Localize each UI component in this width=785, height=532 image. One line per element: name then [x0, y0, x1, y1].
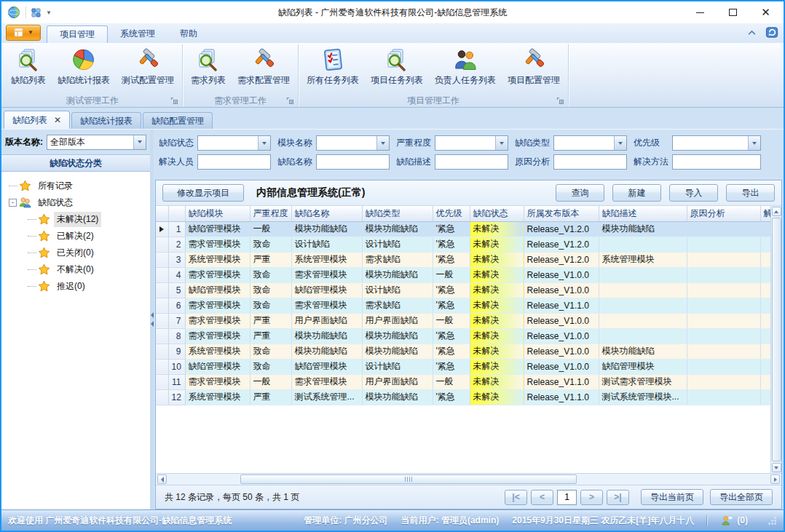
- column-header-solution[interactable]: 解决方法: [760, 206, 770, 221]
- scroll-down-icon[interactable]: [772, 463, 781, 472]
- column-header-severity[interactable]: 严重程度: [250, 206, 291, 221]
- column-header-name[interactable]: 缺陷名称: [291, 206, 362, 221]
- collapse-minus-icon[interactable]: -: [9, 199, 17, 207]
- column-header-status[interactable]: 缺陷状态: [470, 206, 524, 221]
- cell-status[interactable]: 未解决: [470, 359, 524, 374]
- cell-status[interactable]: 未解决: [470, 237, 524, 252]
- cell-priority[interactable]: '紧急: [433, 252, 470, 267]
- column-header-module[interactable]: 缺陷模块: [185, 206, 250, 221]
- cell-cause[interactable]: [687, 237, 760, 252]
- query-button[interactable]: 查询: [556, 184, 604, 202]
- cell-priority[interactable]: '紧急: [433, 298, 470, 313]
- ribbon-button-requirement-list[interactable]: 需求列表: [185, 45, 232, 95]
- column-header-type[interactable]: 缺陷类型: [362, 206, 433, 221]
- cell-module[interactable]: 系统管理模块: [185, 344, 250, 359]
- cell-module[interactable]: 需求管理模块: [185, 267, 250, 282]
- grid-row[interactable]: 5缺陷管理模块致命缺陷管理模块设计缺陷'紧急未解决Release_V1.0.0: [156, 282, 770, 298]
- cell-status[interactable]: 未解决: [470, 313, 524, 328]
- cell-severity[interactable]: 致命: [250, 267, 291, 282]
- cell-name[interactable]: 用户界面缺陷: [291, 313, 362, 328]
- tab-close-icon[interactable]: ✕: [54, 113, 61, 128]
- cell-desc[interactable]: 测试需求管理模块: [599, 374, 687, 389]
- statusbar-messages[interactable]: (0): [721, 515, 748, 526]
- scroll-left-icon[interactable]: [157, 475, 167, 484]
- cell-severity[interactable]: 致命: [250, 298, 291, 313]
- cell-priority[interactable]: 一般: [433, 374, 470, 389]
- horizontal-scroll-track[interactable]: [168, 475, 769, 484]
- tree-item-postponed[interactable]: 推迟(0): [1, 278, 150, 295]
- grid-row[interactable]: 8需求管理模块严重模块功能缺陷模块功能缺陷'紧急未解决Release_V1.0.…: [156, 328, 770, 344]
- cell-name[interactable]: 模块功能缺陷: [291, 221, 362, 237]
- chevron-down-icon[interactable]: [495, 136, 508, 150]
- document-tab-defect-stats-report[interactable]: 缺陷统计报表: [71, 112, 141, 129]
- cell-module[interactable]: 需求管理模块: [185, 298, 250, 313]
- ribbon-tab-help[interactable]: 帮助: [167, 25, 210, 43]
- cell-cause[interactable]: [687, 298, 760, 313]
- cell-status[interactable]: 未解决: [470, 267, 524, 282]
- cell-solution[interactable]: [760, 221, 770, 237]
- cell-release[interactable]: Release_V1.0.0: [524, 313, 599, 328]
- chevron-down-icon[interactable]: [614, 136, 626, 150]
- cell-type[interactable]: 需求缺陷: [362, 252, 433, 267]
- cell-name[interactable]: 缺陷管理模块: [291, 359, 362, 374]
- cell-solution[interactable]: [760, 298, 770, 313]
- cell-status[interactable]: 未解决: [470, 328, 524, 344]
- cell-desc[interactable]: 缺陷管理模块: [599, 359, 687, 374]
- cell-type[interactable]: 模块功能缺陷: [362, 328, 433, 344]
- cell-name[interactable]: 需求管理模块: [291, 298, 362, 313]
- document-tab-defect-config-mgmt[interactable]: 缺陷配置管理: [143, 112, 213, 129]
- cell-desc[interactable]: [599, 313, 687, 328]
- cell-solution[interactable]: [760, 344, 770, 359]
- cell-desc[interactable]: [599, 237, 687, 252]
- cell-type[interactable]: 模块功能缺陷: [362, 221, 433, 237]
- cell-status[interactable]: 未解决: [470, 282, 524, 298]
- ribbon-button-defect-list[interactable]: 缺陷列表: [5, 45, 52, 95]
- column-header-release[interactable]: 所属发布版本: [524, 206, 599, 221]
- cell-module[interactable]: 系统管理模块: [185, 389, 250, 405]
- cell-name[interactable]: 模块功能缺陷: [291, 328, 362, 344]
- cell-cause[interactable]: [687, 267, 760, 282]
- cell-cause[interactable]: [687, 374, 760, 389]
- cell-module[interactable]: 需求管理模块: [185, 237, 250, 252]
- cell-release[interactable]: Release_V1.0.0: [524, 282, 599, 298]
- cell-release[interactable]: Release_V1.2.0: [524, 237, 599, 252]
- cell-desc[interactable]: [599, 267, 687, 282]
- cell-status[interactable]: 未解决: [470, 344, 524, 359]
- cell-cause[interactable]: [687, 389, 760, 405]
- grid-row[interactable]: 10缺陷管理模块致命缺陷管理模块设计缺陷'紧急未解决Release_V1.0.0…: [156, 359, 770, 374]
- tree-item-wont-fix[interactable]: 不解决(0): [1, 261, 150, 278]
- cell-severity[interactable]: 致命: [250, 282, 291, 298]
- column-header-desc[interactable]: 缺陷描述: [599, 206, 687, 221]
- grid-row[interactable]: 9系统管理模块致命模块功能缺陷模块功能缺陷'紧急未解决Release_V1.0.…: [156, 344, 770, 359]
- cell-name[interactable]: 需求管理模块: [291, 267, 362, 282]
- vertical-scroll-thumb[interactable]: [772, 218, 781, 461]
- chevron-down-icon[interactable]: [133, 135, 146, 149]
- cell-module[interactable]: 系统管理模块: [185, 252, 250, 267]
- first-page-button[interactable]: |<: [505, 490, 527, 505]
- tree-item-unresolved[interactable]: 未解决(12): [1, 211, 150, 228]
- grid-row[interactable]: 3系统管理模块严重系统管理模块需求缺陷'紧急未解决Release_V1.2.0系…: [156, 252, 770, 267]
- cell-solution[interactable]: [760, 267, 770, 282]
- cell-solution[interactable]: [760, 328, 770, 344]
- cell-solution[interactable]: [760, 389, 770, 405]
- cell-priority[interactable]: '紧急: [433, 221, 470, 237]
- tree-item-closed[interactable]: 已关闭(0): [1, 245, 150, 261]
- next-page-button[interactable]: >: [580, 490, 603, 505]
- cell-status[interactable]: 未解决: [470, 389, 524, 405]
- ribbon-tab-project-management[interactable]: 项目管理: [47, 25, 108, 43]
- tree-item-all-records[interactable]: 所有记录: [1, 178, 150, 194]
- new-button[interactable]: 新建: [612, 184, 661, 202]
- chevron-down-icon[interactable]: [748, 136, 760, 150]
- page-number-input[interactable]: [557, 490, 577, 505]
- column-header-priority[interactable]: 优先级: [433, 206, 470, 221]
- cell-severity[interactable]: 一般: [250, 374, 291, 389]
- cell-module[interactable]: 缺陷管理模块: [185, 359, 250, 374]
- ribbon-button-requirement-config-mgmt[interactable]: 需求配置管理: [232, 45, 296, 95]
- grid-row[interactable]: 7需求管理模块严重用户界面缺陷用户界面缺陷一般未解决Release_V1.0.0: [156, 313, 770, 328]
- cell-status[interactable]: 未解决: [470, 374, 524, 389]
- close-button[interactable]: ✕: [749, 2, 782, 23]
- cell-severity[interactable]: 严重: [250, 313, 291, 328]
- ribbon-collapse-icon[interactable]: [747, 29, 757, 36]
- cell-type[interactable]: 模块功能缺陷: [362, 389, 433, 405]
- modify-display-items-button[interactable]: 修改显示项目: [162, 184, 244, 202]
